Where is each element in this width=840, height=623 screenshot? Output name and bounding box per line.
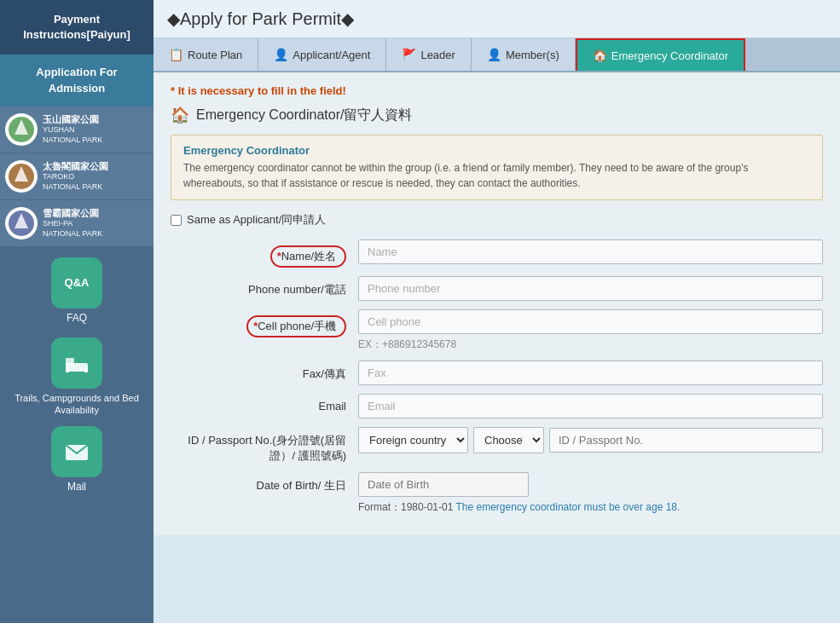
tab-members[interactable]: 👤 Member(s) (472, 38, 576, 71)
cell-label: *Cell phone/手機 (171, 309, 358, 337)
name-row: *Name/姓名 (171, 239, 823, 268)
id-input-wrap: Foreign country Choose (358, 427, 823, 453)
email-row: Email (171, 394, 823, 418)
sidebar-item-taroko[interactable]: 太魯閣國家公園 TAROKONATIONAL PARK (0, 153, 154, 200)
fax-input[interactable] (358, 361, 823, 385)
tab-applicant-label: Applicant/Agent (293, 49, 370, 61)
same-applicant-checkbox[interactable] (171, 215, 182, 226)
tab-emergency-coordinator[interactable]: 🏠 Emergency Coordinator (576, 38, 745, 71)
form-content: * It is necessary to fill in the field! … (154, 72, 840, 535)
taroko-name-zh: 太魯閣國家公園 (43, 160, 108, 172)
emergency-icon: 🏠 (593, 49, 607, 62)
dob-format: Format：1980-01-01 The emergency coordina… (358, 500, 823, 515)
tab-leader[interactable]: 🚩 Leader (386, 38, 471, 71)
applicant-icon: 👤 (274, 48, 288, 61)
home-icon: 🏠 (171, 106, 189, 124)
yushan-icon (5, 113, 38, 146)
cell-phone-row: *Cell phone/手機 EX：+886912345678 (171, 309, 823, 352)
sidebar-trails: Trails, Campgrounds and Bed Availability (0, 334, 154, 420)
tab-emergency-label: Emergency Coordinator (611, 49, 728, 62)
sheipa-name-zh: 雪霸國家公園 (43, 207, 102, 219)
required-notice: * It is necessary to fill in the field! (171, 84, 823, 97)
sidebar-item-yushan[interactable]: 玉山國家公園 YUSHANNATIONAL PARK (0, 107, 154, 153)
dob-age-note: The emergency coordinator must be over a… (456, 501, 681, 513)
dob-label: Date of Birth/ 生日 (171, 472, 358, 493)
phone-label: Phone number/電話 (171, 276, 358, 297)
mail-button[interactable] (51, 426, 102, 477)
phone-input-wrap (358, 276, 823, 301)
cell-input-wrap: EX：+886912345678 (358, 309, 823, 352)
svg-rect-9 (84, 368, 88, 372)
name-label-circle: *Name/姓名 (270, 245, 346, 268)
mail-label: Mail (67, 481, 86, 493)
name-input[interactable] (358, 239, 823, 264)
sheipa-icon (5, 207, 38, 239)
mail-icon (63, 438, 90, 465)
taroko-name-en: TAROKONATIONAL PARK (43, 172, 108, 192)
fax-label: Fax/傳真 (171, 361, 358, 382)
dob-input-wrap: Format：1980-01-01 The emergency coordina… (358, 472, 823, 515)
email-input-wrap (358, 394, 823, 418)
faq-icon-text: Q&A (65, 276, 90, 289)
route-plan-icon: 📋 (169, 48, 183, 61)
faq-button[interactable]: Q&A (51, 257, 102, 309)
tab-bar: 📋 Route Plan 👤 Applicant/Agent 🚩 Leader … (154, 38, 840, 72)
cell-label-circle: *Cell phone/手機 (246, 315, 346, 337)
same-applicant-row: Same as Applicant/同申請人 (171, 212, 823, 228)
trails-button[interactable] (51, 337, 102, 389)
leader-icon: 🚩 (402, 48, 416, 61)
name-input-wrap (358, 239, 823, 264)
id-type-select[interactable]: Choose (473, 427, 544, 453)
yushan-name-zh: 玉山國家公園 (43, 113, 102, 125)
sidebar-application[interactable]: Application For Admission (0, 55, 154, 106)
phone-row: Phone number/電話 (171, 276, 823, 301)
info-text: The emergency coordinator cannot be with… (183, 160, 810, 191)
sheipa-name-en: SHEI-PANATIONAL PARK (43, 219, 102, 239)
svg-rect-8 (66, 368, 69, 372)
yushan-name-en: YUSHANNATIONAL PARK (43, 125, 102, 145)
email-label: Email (171, 394, 358, 412)
svg-rect-7 (66, 358, 74, 365)
sidebar-mail: Mail (0, 423, 154, 496)
tab-members-label: Member(s) (506, 49, 559, 61)
id-label: ID / Passport No.(身分證號(居留證）/ 護照號碼) (171, 427, 358, 464)
tab-route-plan-label: Route Plan (188, 49, 242, 61)
info-title: Emergency Coordinator (183, 144, 810, 157)
fax-row: Fax/傳真 (171, 361, 823, 385)
id-passport-input[interactable] (549, 428, 823, 453)
tab-route-plan[interactable]: 📋 Route Plan (154, 38, 258, 71)
sidebar-faq: Q&A FAQ (0, 254, 154, 327)
cell-input[interactable] (358, 309, 823, 334)
section-header: 🏠 Emergency Coordinator/留守人資料 (171, 106, 823, 124)
id-country-select[interactable]: Foreign country (358, 427, 468, 453)
tab-applicant-agent[interactable]: 👤 Applicant/Agent (258, 38, 386, 71)
taroko-icon (5, 160, 38, 193)
members-icon: 👤 (487, 48, 501, 61)
email-input[interactable] (358, 394, 823, 418)
same-applicant-label: Same as Applicant/同申請人 (187, 212, 326, 228)
bed-icon (63, 349, 90, 377)
id-row: ID / Passport No.(身分證號(居留證）/ 護照號碼) Forei… (171, 427, 823, 464)
page-title: ◆Apply for Park Permit◆ (154, 0, 840, 38)
dob-input[interactable] (358, 472, 529, 497)
cell-example: EX：+886912345678 (358, 337, 823, 352)
trails-label: Trails, Campgrounds and Bed Availability (3, 392, 150, 417)
sidebar-item-sheipa[interactable]: 雪霸國家公園 SHEI-PANATIONAL PARK (0, 200, 154, 247)
name-label: *Name/姓名 (171, 239, 358, 268)
fax-input-wrap (358, 361, 823, 385)
sidebar: Payment Instructions[Paiyun] Application… (0, 0, 154, 623)
id-inputs-group: Foreign country Choose (358, 427, 823, 453)
dob-format-text: Format：1980-01-01 (358, 501, 453, 513)
sidebar-payment[interactable]: Payment Instructions[Paiyun] (0, 0, 154, 55)
main-content: ◆Apply for Park Permit◆ 📋 Route Plan 👤 A… (154, 0, 840, 623)
tab-leader-label: Leader (420, 49, 455, 61)
dob-row: Date of Birth/ 生日 Format：1980-01-01 The … (171, 472, 823, 515)
phone-input[interactable] (358, 276, 823, 301)
faq-label: FAQ (67, 312, 87, 324)
info-box: Emergency Coordinator The emergency coor… (171, 135, 823, 200)
section-title: Emergency Coordinator/留守人資料 (196, 107, 412, 124)
